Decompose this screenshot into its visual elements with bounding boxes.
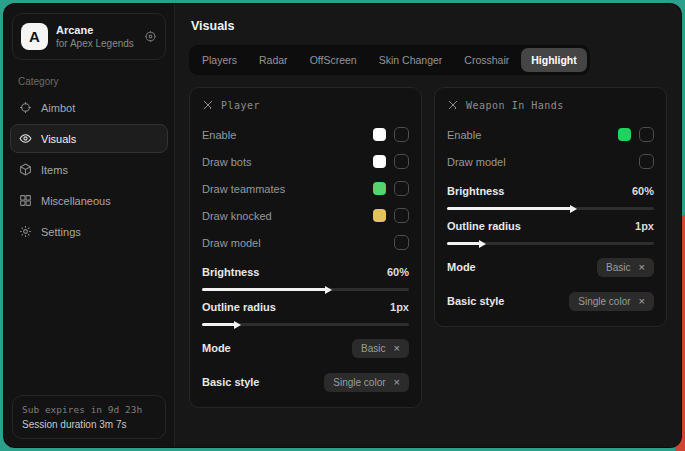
eye-icon [19, 132, 32, 145]
sidebar-item-aimbot[interactable]: Aimbot [10, 93, 168, 122]
select-row-mode: Mode Basic × [202, 336, 409, 360]
color-swatch[interactable] [373, 182, 386, 195]
slider-row-brightness: Brightness 60% [447, 181, 654, 210]
close-icon[interactable]: × [394, 377, 400, 388]
select-row-mode: Mode Basic × [447, 255, 654, 279]
session-duration-text: Session duration 3m 7s [22, 419, 156, 430]
app-logo: A [21, 23, 48, 50]
checkbox-draw-model[interactable] [394, 235, 409, 250]
slider-value: 60% [387, 266, 409, 278]
page-title: Visuals [191, 19, 667, 33]
checkbox-enable[interactable] [639, 127, 654, 142]
mode-chip[interactable]: Basic × [352, 339, 409, 358]
settings-gear-icon [19, 225, 32, 238]
slider-row-outline-radius: Outline radius 1px [202, 297, 409, 326]
toggle-row-enable: Enable [202, 121, 409, 148]
basic-style-chip[interactable]: Single color × [569, 292, 654, 311]
main-content: Visuals Players Radar OffScreen Skin Cha… [175, 4, 681, 447]
slider-thumb[interactable] [325, 286, 332, 294]
select-row-basic-style: Basic style Single color × [202, 370, 409, 394]
slider-value: 1px [390, 301, 409, 313]
color-swatch[interactable] [618, 128, 631, 141]
color-swatch[interactable] [373, 209, 386, 222]
toggle-row-draw-bots: Draw bots [202, 148, 409, 175]
brightness-slider[interactable] [202, 288, 409, 291]
color-swatch[interactable] [373, 155, 386, 168]
sidebar-item-label: Visuals [41, 133, 76, 145]
sidebar-item-miscellaneous[interactable]: Miscellaneous [10, 186, 168, 215]
sidebar-item-items[interactable]: Items [10, 155, 168, 184]
app-subtitle: for Apex Legends [56, 38, 136, 49]
slider-thumb[interactable] [479, 240, 486, 248]
sidebar-item-visuals[interactable]: Visuals [10, 124, 168, 153]
toggle-row-draw-teammates: Draw teammates [202, 175, 409, 202]
checkbox-draw-model[interactable] [639, 154, 654, 169]
cube-icon [19, 163, 32, 176]
mode-chip[interactable]: Basic × [597, 258, 654, 277]
panel-title: Player [221, 100, 260, 111]
checkbox-draw-bots[interactable] [394, 154, 409, 169]
sidebar-item-label: Items [41, 164, 68, 176]
subscription-card: Sub expires in 9d 23h Session duration 3… [12, 395, 166, 439]
select-row-basic-style: Basic style Single color × [447, 289, 654, 313]
sidebar-nav: Aimbot Visuals Items [4, 93, 174, 246]
checkbox-draw-knocked[interactable] [394, 208, 409, 223]
grid-icon [19, 194, 32, 207]
checkbox-enable[interactable] [394, 127, 409, 142]
slider-thumb[interactable] [570, 205, 577, 213]
tab-skin-changer[interactable]: Skin Changer [369, 48, 453, 72]
sub-expires-text: Sub expires in 9d 23h [22, 404, 156, 415]
color-swatch[interactable] [373, 128, 386, 141]
panel-title: Weapon In Hands [466, 100, 564, 111]
slider-row-brightness: Brightness 60% [202, 262, 409, 291]
sidebar-item-label: Settings [41, 226, 81, 238]
sidebar-item-settings[interactable]: Settings [10, 217, 168, 246]
toggle-row-draw-knocked: Draw knocked [202, 202, 409, 229]
tab-players[interactable]: Players [192, 48, 247, 72]
sidebar-item-label: Aimbot [41, 102, 75, 114]
tab-crosshair[interactable]: Crosshair [454, 48, 519, 72]
gear-icon[interactable] [144, 30, 157, 43]
close-icon[interactable]: × [639, 296, 645, 307]
toggle-row-enable: Enable [447, 121, 654, 148]
outline-radius-slider[interactable] [202, 323, 409, 326]
tab-highlight[interactable]: Highlight [521, 48, 587, 72]
weapon-in-hands-panel: Weapon In Hands Enable Draw model Bright… [434, 87, 667, 327]
crosshair-icon [19, 101, 32, 114]
close-icon[interactable]: × [639, 262, 645, 273]
checkbox-draw-teammates[interactable] [394, 181, 409, 196]
tab-radar[interactable]: Radar [249, 48, 298, 72]
category-label: Category [4, 64, 174, 93]
app-name: Arcane [56, 24, 136, 36]
app-window: A Arcane for Apex Legends Category [4, 4, 681, 447]
outline-radius-slider[interactable] [447, 242, 654, 245]
app-header-card: A Arcane for Apex Legends [12, 13, 166, 60]
slider-value: 1px [635, 220, 654, 232]
slider-value: 60% [632, 185, 654, 197]
sidebar-item-label: Miscellaneous [41, 195, 111, 207]
slider-thumb[interactable] [234, 321, 241, 329]
toggle-row-draw-model: Draw model [447, 148, 654, 175]
visuals-tabbar: Players Radar OffScreen Skin Changer Cro… [189, 45, 590, 75]
close-icon[interactable]: × [394, 343, 400, 354]
sidebar: A Arcane for Apex Legends Category [4, 4, 175, 447]
toggle-row-draw-model: Draw model [202, 229, 409, 256]
slider-row-outline-radius: Outline radius 1px [447, 216, 654, 245]
brightness-slider[interactable] [447, 207, 654, 210]
tab-offscreen[interactable]: OffScreen [300, 48, 367, 72]
basic-style-chip[interactable]: Single color × [324, 373, 409, 392]
swords-icon [202, 99, 214, 111]
player-panel: Player Enable Draw bots Draw teammates [189, 87, 422, 408]
swords-icon [447, 99, 459, 111]
